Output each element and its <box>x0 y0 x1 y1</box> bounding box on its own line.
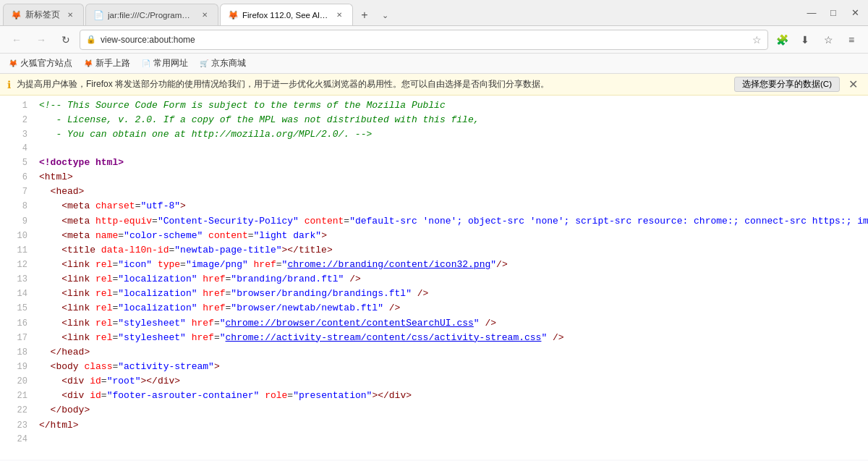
code-line: 19 <body class="activity-stream"> <box>0 360 868 374</box>
code-line: 7 <head> <box>0 185 868 199</box>
code-line: 10 <meta name="color-scheme" content="li… <box>0 229 868 243</box>
code-line: 1<!-- This Source Code Form is subject t… <box>0 98 868 113</box>
code-content: <!-- This Source Code Form is subject to… <box>39 98 862 113</box>
bookmark-item-newuser[interactable]: 🦊 新手上路 <box>81 56 133 71</box>
line-number: 16 <box>6 317 27 331</box>
line-number: 13 <box>6 273 27 287</box>
tab-firefox[interactable]: 🦊 Firefox 112.0, See All New Fe... ✕ <box>220 4 353 25</box>
line-number: 11 <box>6 244 27 258</box>
code-content: <html> <box>39 170 862 185</box>
line-number: 8 <box>6 200 27 213</box>
nav-bar: ← → ↻ 🔒 ☆ 🧩 ⬇ ☆ ≡ <box>0 26 868 54</box>
forward-button[interactable]: → <box>30 29 52 51</box>
code-content: - You can obtain one at http://mozilla.o… <box>39 127 862 142</box>
code-line: 16 <link rel="stylesheet" href="chrome:/… <box>0 316 868 331</box>
bookmark-item-official[interactable]: 🦊 火狐官方站点 <box>6 56 75 71</box>
window-controls: — □ ✕ <box>796 3 865 23</box>
tab-title-newtab: 新标签页 <box>25 9 60 20</box>
bookmark-label-common: 常用网址 <box>153 57 188 69</box>
code-content: </head> <box>39 345 862 360</box>
line-number: 21 <box>6 389 27 403</box>
tab-favicon-firefox: 🦊 <box>228 10 238 20</box>
code-line: 21 <div id="footer-asrouter-container" r… <box>0 389 868 403</box>
code-content: <div id="footer-asrouter-container" role… <box>39 389 862 403</box>
code-content: <title data-l10n-id="newtab-page-title">… <box>39 243 862 258</box>
code-content: <!doctype html> <box>39 156 862 170</box>
line-number: 18 <box>6 346 27 360</box>
line-number: 6 <box>6 171 27 185</box>
back-button[interactable]: ← <box>6 29 27 51</box>
downloads-button[interactable]: ⬇ <box>794 29 816 51</box>
code-line: 2 - License, v. 2.0. If a copy of the MP… <box>0 113 868 127</box>
address-input[interactable] <box>101 35 748 45</box>
bookmark-button[interactable]: ☆ <box>817 29 839 51</box>
bookmarks-bar: 🦊 火狐官方站点 🦊 新手上路 📄 常用网址 🛒 京东商城 <box>0 54 868 74</box>
tab-favicon-jar: 📄 <box>93 10 103 20</box>
menu-button[interactable]: ≡ <box>841 29 862 51</box>
bookmark-favicon-newuser: 🦊 <box>84 59 93 67</box>
code-content: <body class="activity-stream"> <box>39 360 862 374</box>
code-line: 4 <box>0 142 868 156</box>
code-line: 20 <div id="root"></div> <box>0 374 868 389</box>
close-button[interactable]: ✕ <box>845 3 865 23</box>
code-line: 6<html> <box>0 170 868 185</box>
bookmark-item-common[interactable]: 📄 常用网址 <box>139 56 191 71</box>
tab-title-firefox: Firefox 112.0, See All New Fe... <box>242 11 329 20</box>
maximize-button[interactable]: □ <box>823 3 843 23</box>
bookmark-label-official: 火狐官方站点 <box>20 57 72 69</box>
code-content: <link rel="stylesheet" href="chrome://br… <box>39 316 862 331</box>
info-text: 为提高用户体验，Firefox 将发送部分功能的使用情况给我们，用于进一步优化火… <box>17 78 728 90</box>
code-content: <meta charset="utf-8"> <box>39 199 862 213</box>
bookmark-favicon-official: 🦊 <box>9 59 17 67</box>
line-number: 3 <box>6 128 27 142</box>
line-number: 17 <box>6 331 27 345</box>
tab-scroll-button[interactable]: ⌄ <box>375 5 395 25</box>
code-line: 24 <box>0 433 868 447</box>
line-number: 24 <box>6 433 27 447</box>
tab-close-newtab[interactable]: ✕ <box>64 9 76 21</box>
line-number: 19 <box>6 360 27 374</box>
tab-jar[interactable]: 📄 jar:file:///C:/Program%20Files/M... ✕ <box>85 4 218 25</box>
tab-newtab[interactable]: 🦊 新标签页 ✕ <box>3 4 84 25</box>
info-icon: ℹ <box>7 79 11 90</box>
tab-close-firefox[interactable]: ✕ <box>333 9 345 21</box>
code-content: <link rel="stylesheet" href="chrome://ac… <box>39 331 862 345</box>
refresh-button[interactable]: ↻ <box>55 29 77 51</box>
code-line: 3 - You can obtain one at http://mozilla… <box>0 127 868 142</box>
address-icon: 🔒 <box>86 35 96 44</box>
bookmark-favicon-jd: 🛒 <box>200 59 208 67</box>
address-bar[interactable]: 🔒 ☆ <box>80 30 768 50</box>
nav-actions: 🧩 ⬇ ☆ ≡ <box>771 29 862 51</box>
code-line: 15 <link rel="localization" href="browse… <box>0 301 868 316</box>
minimize-button[interactable]: — <box>801 3 822 23</box>
source-code-area[interactable]: 1<!-- This Source Code Form is subject t… <box>0 96 868 460</box>
title-bar: 🦊 新标签页 ✕ 📄 jar:file:///C:/Program%20File… <box>0 0 868 26</box>
line-number: 4 <box>6 142 27 156</box>
tab-close-jar[interactable]: ✕ <box>199 9 210 21</box>
tab-title-jar: jar:file:///C:/Program%20Files/M... <box>108 11 195 20</box>
code-content: <meta http-equiv="Content-Security-Polic… <box>39 214 868 229</box>
address-star-icon[interactable]: ☆ <box>752 34 762 46</box>
code-content: <meta name="color-scheme" content="light… <box>39 229 862 243</box>
add-tab-button[interactable]: + <box>354 5 375 25</box>
code-content: <link rel="localization" href="branding/… <box>39 272 862 287</box>
extensions-button[interactable]: 🧩 <box>771 29 793 51</box>
line-number: 10 <box>6 229 27 243</box>
bookmark-label-newuser: 新手上路 <box>95 57 130 69</box>
info-close-button[interactable]: ✕ <box>846 77 861 91</box>
code-content: <link rel="icon" type="image/png" href="… <box>39 258 862 272</box>
code-line: 5<!doctype html> <box>0 156 868 170</box>
line-number: 7 <box>6 185 27 199</box>
code-line: 9 <meta http-equiv="Content-Security-Pol… <box>0 214 868 229</box>
line-number: 9 <box>6 215 27 229</box>
code-content: <link rel="localization" href="browser/b… <box>39 287 862 301</box>
line-number: 22 <box>6 404 27 418</box>
code-content: - License, v. 2.0. If a copy of the MPL … <box>39 113 862 127</box>
code-line: 22 </body> <box>0 403 868 418</box>
info-share-button[interactable]: 选择您要分享的数据(C) <box>734 77 840 92</box>
line-number: 20 <box>6 375 27 389</box>
code-line: 18 </head> <box>0 345 868 360</box>
bookmark-item-jd[interactable]: 🛒 京东商城 <box>197 56 249 71</box>
code-content: </body> <box>39 403 862 418</box>
line-number: 14 <box>6 287 27 301</box>
